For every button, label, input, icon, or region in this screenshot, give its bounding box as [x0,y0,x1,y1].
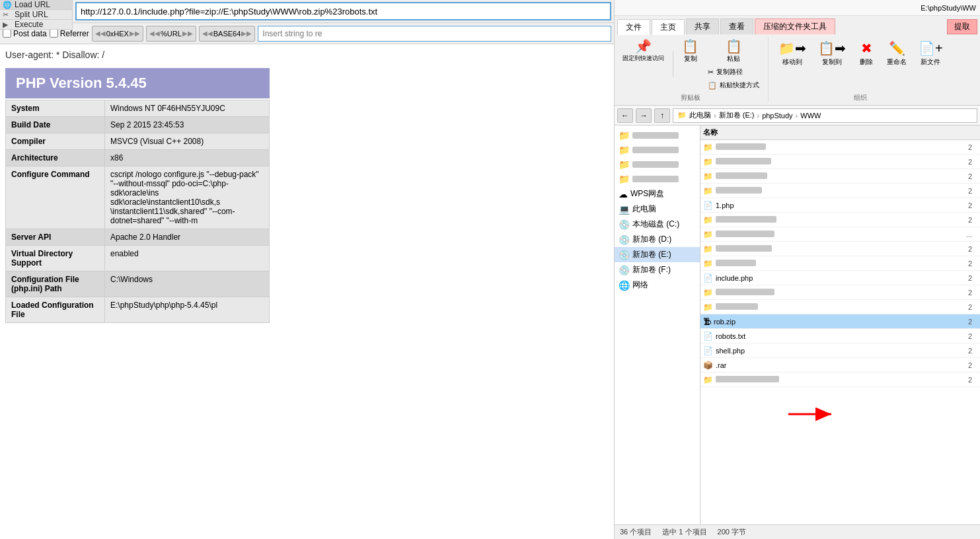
execute-button[interactable]: ▶ Execute [0,20,73,30]
file-row[interactable]: 📁2 [700,242,980,256]
copy-button[interactable]: 📋 复制 [678,37,702,66]
new-file-button[interactable]: 📄+ 新文件 [914,37,948,70]
file-row[interactable]: 📄robots.txt2 [700,329,980,343]
file-row[interactable]: 📄include.php2 [700,271,980,285]
forward-button[interactable]: → [636,108,652,123]
breadcrumb-part3[interactable]: phpStudy [762,112,792,120]
file-name-blurred [716,245,944,253]
paste-shortcut-button[interactable]: 📋 粘贴快捷方式 [704,79,763,91]
file-size: 2 [944,318,977,326]
file-row[interactable]: 📁2 [700,169,980,184]
file-row[interactable]: 📁2 [700,184,980,198]
file-row[interactable]: 📄1.php2 [700,198,980,213]
paste-col: 📋 粘贴 ✂ 复制路径 📋 粘贴快捷方式 [704,37,763,91]
post-data-label[interactable]: Post data [3,29,47,38]
tree-item[interactable]: 💻此电脑 [615,201,700,217]
file-icon: 📁 [703,244,713,254]
copy-to-button[interactable]: 📋➡ 复制到 [813,37,850,70]
referrer-label[interactable]: Referrer [50,29,89,38]
post-data-checkbox[interactable] [3,29,11,38]
ribbon-header-bar: E:\phpStudy\WW [615,0,980,16]
extract-button[interactable]: 提取 [947,19,977,34]
file-row[interactable]: 📁2 [700,140,980,155]
file-icon: 📄 [703,201,713,210]
tree-item-label: WPS网盘 [630,188,664,199]
load-url-button[interactable]: 🌐 Load URL [0,0,73,10]
pin-button[interactable]: 📌 固定到快速访问 [619,37,668,91]
referrer-checkbox[interactable] [50,29,58,38]
paste-shortcut-icon: 📋 [708,81,717,90]
organize-btn-row: 📁➡ 移动到 📋➡ 复制到 ✖ 删除 ✏️ 重命名 [774,37,948,70]
tab-file[interactable]: 文件 [617,19,650,35]
delete-button[interactable]: ✖ 删除 [853,37,880,70]
file-row[interactable]: 📁2 [700,300,980,314]
tree-item[interactable]: 📁 [615,157,700,172]
paste-button[interactable]: 📋 粘贴 [704,37,763,66]
tree-item[interactable]: 📁 [615,172,700,186]
file-icon: 📄 [703,346,713,355]
folder-icon: 📁 [619,145,630,155]
breadcrumb[interactable]: 📁 此电脑 › 新加卷 (E:) › phpStudy › WWW [673,108,977,123]
file-row[interactable]: 📁2 [700,213,980,227]
url-input[interactable] [75,2,611,20]
breadcrumb-part1[interactable]: 此电脑 [689,110,711,120]
php-key-cell: Build Date [6,117,105,133]
split-url-button[interactable]: ✂ Split URL [0,10,73,20]
file-icon: 📁 [703,143,713,152]
file-icon: 📦 [703,361,713,370]
file-row[interactable]: 📁2 [700,256,980,271]
arrow-right-icon2: ▶▶ [182,30,193,37]
tab-view[interactable]: 查看 [720,18,753,34]
breadcrumb-part4[interactable]: WWW [800,112,821,120]
up-button[interactable]: ↑ [654,108,670,123]
arrow-left-icon2: ◀◀ [149,30,160,37]
tree-item[interactable]: 💿新加卷 (F:) [615,262,700,277]
breadcrumb-part2[interactable]: 新加卷 (E:) [719,110,755,120]
file-icon: 📁 [703,375,713,384]
ribbon-actions: 📌 固定到快速访问 📋 复制 📋 粘贴 [615,34,980,105]
php-value-cell: Windows NT 0F46HN55YJU09C [105,100,270,117]
php-value-cell: MSVC9 (Visual C++ 2008) [105,133,270,150]
php-value-cell: C:\Windows [105,271,270,297]
tree-item[interactable]: 📁 [615,128,700,143]
rename-button[interactable]: ✏️ 重命名 [882,37,911,70]
left-panel: 🌐 Load URL ✂ Split URL ▶ Execute Post da… [0,0,615,539]
tree-item[interactable]: ☁WPS网盘 [615,186,700,201]
tab-home[interactable]: 主页 [652,19,685,35]
php-table-row: Virtual Directory Supportenabled [6,246,270,271]
file-row[interactable]: 📁2 [700,155,980,169]
tree-item[interactable]: 📁 [615,143,700,157]
file-list-header: 名称 [700,126,980,140]
tree-item[interactable]: 💿本地磁盘 (C:) [615,217,700,232]
php-value-cell: Sep 2 2015 23:45:53 [105,117,270,133]
php-key-cell: System [6,100,105,117]
tree-item-label: 新加卷 (E:) [632,249,671,260]
file-row[interactable]: 📁2 [700,373,980,387]
file-row[interactable]: 📁... [700,227,980,242]
file-row[interactable]: 📄shell.php2 [700,343,980,358]
col-name: 名称 [703,127,944,137]
php-value-cell: Apache 2.0 Handler [105,229,270,246]
folder-icon: 📁 [619,130,630,141]
base64-decode-button[interactable]: ◀◀ BASE64 ▶▶ [199,26,256,42]
tab-share[interactable]: 共享 [686,18,719,34]
copy-path-button[interactable]: ✂ 复制路径 [704,66,763,78]
file-row[interactable]: 📦.rar2 [700,358,980,373]
file-row[interactable]: 🗜rob.zip2 [700,314,980,329]
back-button[interactable]: ← [617,108,633,123]
move-to-button[interactable]: 📁➡ 移动到 [774,37,811,70]
tree-item[interactable]: 💿新加卷 (E:) [615,247,700,262]
tree-item[interactable]: 💿新加卷 (D:) [615,232,700,247]
arrow-left-icon3: ◀◀ [202,30,213,37]
blurred-label [632,132,679,139]
copy-icon: 📋 [682,40,698,53]
hex-decode-button[interactable]: ◀◀ 0xHEX ▶▶ [92,26,143,42]
file-name-blurred [716,216,944,224]
tab-compress[interactable]: 压缩的文件夹工具 [755,18,835,34]
url-decode-button[interactable]: ◀◀ %URL ▶▶ [146,26,196,42]
insert-string-input[interactable] [258,26,611,42]
paste-icon: 📋 [726,40,742,53]
file-row[interactable]: 📁2 [700,285,980,300]
rename-icon: ✏️ [889,40,905,56]
tree-item[interactable]: 🌐网络 [615,277,700,293]
